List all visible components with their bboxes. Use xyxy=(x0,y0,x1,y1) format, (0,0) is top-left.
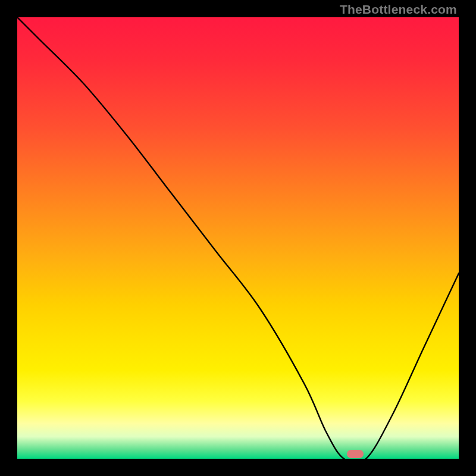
bottleneck-curve xyxy=(17,17,459,459)
chart-container: TheBottleneck.com xyxy=(0,0,476,476)
watermark-text: TheBottleneck.com xyxy=(340,2,457,17)
plot-area xyxy=(17,17,459,459)
optimal-marker xyxy=(347,450,364,458)
